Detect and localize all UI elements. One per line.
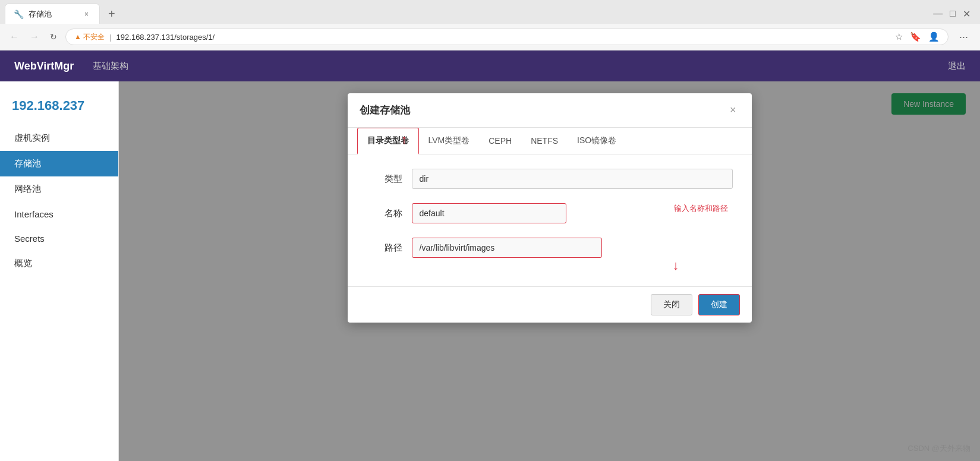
- tab-ceph[interactable]: CEPH: [479, 128, 521, 154]
- sidebar-item-storage[interactable]: 存储池: [0, 151, 118, 176]
- window-controls: — □ ✕: [933, 8, 975, 20]
- path-input[interactable]: [412, 238, 602, 258]
- sidebar: 192.168.237 虚机实例 存储池 网络池 Interfaces Secr…: [0, 81, 119, 461]
- address-icons: ☆ 🔖 👤: [895, 31, 940, 42]
- content-area: 192.168.237 虚机实例 存储池 网络池 Interfaces Secr…: [0, 81, 980, 461]
- sidebar-item-overview[interactable]: 概览: [0, 251, 118, 276]
- url-text: 192.168.237.131/storages/1/: [116, 33, 215, 42]
- tab-lvm-type[interactable]: LVM类型卷: [419, 128, 480, 154]
- address-bar: ← → ↻ ▲ 不安全 | 192.168.237.131/storages/1…: [0, 24, 980, 50]
- security-warning: ▲ 不安全: [74, 32, 105, 42]
- modal-overlay: 创建存储池 × 目录类型卷 LVM类型卷 CEPH NETFS ISO镜像卷 ↑: [119, 81, 980, 461]
- forward-button[interactable]: →: [27, 29, 42, 45]
- close-button[interactable]: ✕: [963, 8, 970, 20]
- name-label: 名称: [367, 208, 402, 219]
- form-row-path: 路径: [367, 238, 733, 258]
- name-hint: 输入名称和路径: [674, 203, 733, 214]
- type-input[interactable]: [412, 169, 733, 189]
- path-label: 路径: [367, 242, 402, 254]
- main-content: New Instance 创建存储池 × 目录类型卷 LVM类型卷 CEPH N…: [119, 81, 980, 461]
- modal-title: 创建存储池: [360, 103, 410, 117]
- close-button[interactable]: 关闭: [651, 294, 692, 315]
- tab-netfs[interactable]: NETFS: [521, 128, 568, 154]
- tab-bar: 🔧 存储池 × + — □ ✕: [0, 0, 980, 24]
- browser-chrome: 🔧 存储池 × + — □ ✕ ← → ↻ ▲ 不安全 | 192.168.23…: [0, 0, 980, 50]
- create-storage-modal: 创建存储池 × 目录类型卷 LVM类型卷 CEPH NETFS ISO镜像卷 ↑: [348, 93, 752, 323]
- logout-button[interactable]: 退出: [948, 61, 966, 72]
- reload-button[interactable]: ↻: [48, 30, 59, 44]
- tab-iso[interactable]: ISO镜像卷: [568, 128, 626, 154]
- browser-menu-button[interactable]: ···: [954, 29, 973, 46]
- modal-header: 创建存储池 ×: [348, 93, 752, 128]
- bookmark-star-icon[interactable]: ☆: [895, 31, 903, 42]
- form-row-name: 名称 输入名称和路径: [367, 203, 733, 223]
- form-row-type: 类型: [367, 169, 733, 189]
- bookmark-icon[interactable]: 🔖: [910, 31, 921, 42]
- server-title: 192.168.237: [0, 91, 118, 125]
- type-label: 类型: [367, 173, 402, 185]
- sidebar-item-vm[interactable]: 虚机实例: [0, 125, 118, 151]
- modal-tabs: 目录类型卷 LVM类型卷 CEPH NETFS ISO镜像卷: [348, 128, 752, 154]
- sidebar-item-network[interactable]: 网络池: [0, 176, 118, 202]
- name-input[interactable]: [412, 203, 566, 223]
- modal-footer: 关闭 创建: [348, 286, 752, 323]
- browser-tab[interactable]: 🔧 存储池 ×: [5, 4, 100, 24]
- modal-close-button[interactable]: ×: [726, 103, 740, 118]
- app-logo: WebVirtMgr: [14, 60, 74, 72]
- create-button[interactable]: 创建: [698, 294, 740, 315]
- maximize-button[interactable]: □: [950, 8, 956, 19]
- address-field[interactable]: ▲ 不安全 | 192.168.237.131/storages/1/ ☆ 🔖 …: [65, 29, 949, 45]
- back-button[interactable]: ←: [7, 29, 21, 45]
- new-tab-button[interactable]: +: [103, 5, 120, 23]
- tab-dir-type[interactable]: 目录类型卷: [357, 128, 419, 154]
- sidebar-item-interfaces[interactable]: Interfaces: [0, 202, 118, 226]
- tab-title: 存储池: [29, 9, 52, 20]
- sidebar-item-secrets[interactable]: Secrets: [0, 226, 118, 251]
- watermark: CSDN @天外来物: [907, 443, 970, 454]
- tab-close-button[interactable]: ×: [82, 9, 91, 20]
- profile-icon[interactable]: 👤: [928, 31, 940, 42]
- minimize-button[interactable]: —: [933, 8, 943, 19]
- tab-favicon: 🔧: [14, 10, 24, 19]
- modal-body: 类型 名称 输入名称和路径 ↓ 路径: [348, 154, 752, 286]
- nav-infrastructure[interactable]: 基础架构: [93, 61, 128, 72]
- app-header: WebVirtMgr 基础架构 退出: [0, 50, 980, 81]
